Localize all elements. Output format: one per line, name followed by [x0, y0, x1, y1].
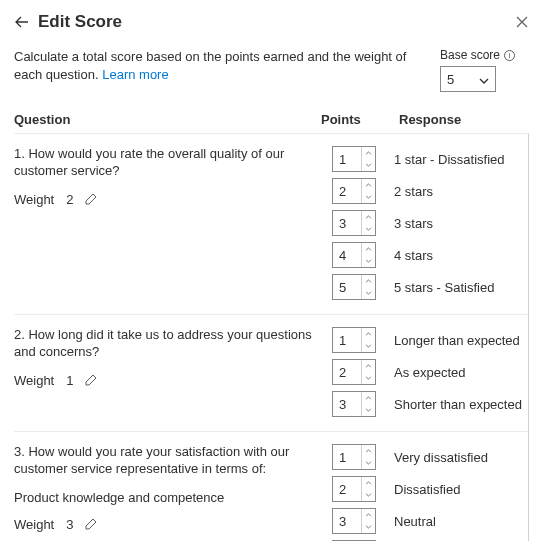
weight-label: Weight: [14, 517, 54, 532]
points-spinner[interactable]: 2: [332, 178, 376, 204]
response-item: 2 stars: [394, 178, 524, 204]
description-text: Calculate a total score based on the poi…: [14, 49, 406, 82]
points-spinner[interactable]: 3: [332, 210, 376, 236]
spinner-up-icon[interactable]: [362, 360, 375, 372]
close-icon[interactable]: [515, 15, 529, 29]
points-value: 3: [333, 392, 361, 416]
weight-value: 3: [66, 517, 73, 532]
points-spinner[interactable]: 5: [332, 274, 376, 300]
question-block: 1. How would you rate the overall qualit…: [14, 134, 528, 315]
page-title: Edit Score: [38, 12, 122, 32]
back-arrow-icon[interactable]: [14, 14, 30, 30]
response-item: Dissatisfied: [394, 476, 524, 502]
spinner-up-icon[interactable]: [362, 179, 375, 191]
chevron-down-icon: [479, 74, 489, 84]
points-spinner[interactable]: 2: [332, 476, 376, 502]
spinner-down-icon[interactable]: [362, 191, 375, 203]
response-item: Neutral: [394, 508, 524, 534]
spinner-up-icon[interactable]: [362, 445, 375, 457]
points-value: 1: [333, 328, 361, 352]
response-item: 5 stars - Satisfied: [394, 274, 524, 300]
spinner-down-icon[interactable]: [362, 372, 375, 384]
weight-row: Weight 2: [14, 192, 322, 207]
weight-label: Weight: [14, 373, 54, 388]
spinner-up-icon[interactable]: [362, 509, 375, 521]
spinner-up-icon[interactable]: [362, 477, 375, 489]
learn-more-link[interactable]: Learn more: [102, 67, 168, 82]
column-header-response: Response: [399, 112, 529, 127]
points-value: 2: [333, 360, 361, 384]
column-header-question: Question: [14, 112, 321, 127]
spinner-down-icon[interactable]: [362, 340, 375, 352]
response-item: Shorter than expected: [394, 391, 524, 417]
base-score-value: 5: [447, 72, 454, 87]
question-block: 2. How long did it take us to address yo…: [14, 315, 528, 432]
description: Calculate a total score based on the poi…: [14, 48, 420, 84]
pencil-icon[interactable]: [85, 374, 97, 386]
spinner-down-icon[interactable]: [362, 287, 375, 299]
spinner-up-icon[interactable]: [362, 275, 375, 287]
points-value: 2: [333, 179, 361, 203]
weight-label: Weight: [14, 192, 54, 207]
points-spinner[interactable]: 3: [332, 391, 376, 417]
points-value: 1: [333, 147, 361, 171]
weight-value: 2: [66, 192, 73, 207]
response-item: 1 star - Dissatisfied: [394, 146, 524, 172]
response-item: Very dissatisfied: [394, 444, 524, 470]
spinner-down-icon[interactable]: [362, 255, 375, 267]
base-score-label: Base score i: [440, 48, 515, 62]
points-spinner[interactable]: 3: [332, 508, 376, 534]
pencil-icon[interactable]: [85, 193, 97, 205]
base-score-select[interactable]: 5: [440, 66, 496, 92]
column-header-points: Points: [321, 112, 399, 127]
response-item: As expected: [394, 359, 524, 385]
points-spinner[interactable]: 2: [332, 359, 376, 385]
spinner-down-icon[interactable]: [362, 457, 375, 469]
spinner-up-icon[interactable]: [362, 147, 375, 159]
spinner-up-icon[interactable]: [362, 392, 375, 404]
weight-value: 1: [66, 373, 73, 388]
spinner-up-icon[interactable]: [362, 328, 375, 340]
spinner-down-icon[interactable]: [362, 404, 375, 416]
weight-row: Weight 3: [14, 517, 322, 532]
response-item: 3 stars: [394, 210, 524, 236]
points-spinner[interactable]: 1: [332, 444, 376, 470]
spinner-down-icon[interactable]: [362, 159, 375, 171]
points-value: 1: [333, 445, 361, 469]
weight-row: Weight 1: [14, 373, 322, 388]
spinner-down-icon[interactable]: [362, 223, 375, 235]
response-item: Longer than expected: [394, 327, 524, 353]
sub-question-text: Product knowledge and competence: [14, 490, 322, 505]
points-spinner[interactable]: 1: [332, 146, 376, 172]
response-item: 4 stars: [394, 242, 524, 268]
question-block: 3. How would you rate your satisfaction …: [14, 432, 528, 541]
question-text: 1. How would you rate the overall qualit…: [14, 146, 322, 180]
points-value: 3: [333, 211, 361, 235]
spinner-up-icon[interactable]: [362, 243, 375, 255]
spinner-down-icon[interactable]: [362, 489, 375, 501]
pencil-icon[interactable]: [85, 518, 97, 530]
spinner-down-icon[interactable]: [362, 521, 375, 533]
question-text: 2. How long did it take us to address yo…: [14, 327, 322, 361]
questions-scroll[interactable]: 1. How would you rate the overall qualit…: [14, 133, 529, 541]
points-value: 4: [333, 243, 361, 267]
question-text: 3. How would you rate your satisfaction …: [14, 444, 322, 478]
points-spinner[interactable]: 1: [332, 327, 376, 353]
points-value: 5: [333, 275, 361, 299]
spinner-up-icon[interactable]: [362, 211, 375, 223]
info-icon[interactable]: i: [504, 50, 515, 61]
points-spinner[interactable]: 4: [332, 242, 376, 268]
points-value: 2: [333, 477, 361, 501]
points-value: 3: [333, 509, 361, 533]
